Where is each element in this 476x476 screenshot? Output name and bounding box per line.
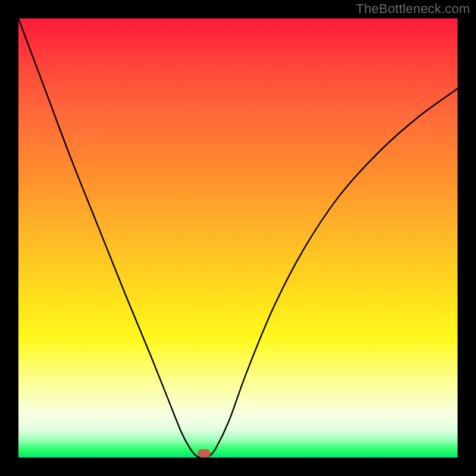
- chart-plot-area: [18, 18, 458, 458]
- watermark-text: TheBottleneck.com: [356, 1, 470, 17]
- curve-path: [18, 18, 458, 458]
- chart-frame: TheBottleneck.com: [0, 0, 476, 476]
- current-point-marker: [198, 449, 211, 458]
- bottleneck-curve: [18, 18, 458, 458]
